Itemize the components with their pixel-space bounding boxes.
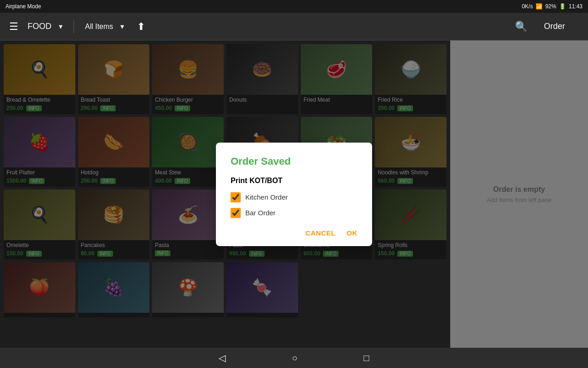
filter-dropdown-arrow[interactable]: ▾ xyxy=(120,22,124,31)
kitchen-order-row: Kitchen Order xyxy=(231,192,357,202)
wifi-icon: 📶 xyxy=(536,3,543,10)
time-label: 11:43 xyxy=(569,3,582,10)
recents-button[interactable]: □ xyxy=(358,351,375,365)
status-bar-left: Airplane Mode xyxy=(6,3,41,10)
status-bar-right: 0K/s 📶 92% 🔋 11:43 xyxy=(522,3,582,10)
modal-overlay: Order Saved Print KOT/BOT Kitchen Order … xyxy=(0,40,588,348)
food-category-label: FOOD xyxy=(28,22,51,31)
import-icon[interactable]: ⬆ xyxy=(137,21,145,33)
bar-order-row: Bar Order xyxy=(231,208,357,218)
search-icon[interactable]: 🔍 xyxy=(515,21,527,33)
nav-separator xyxy=(74,20,74,34)
bar-order-checkbox[interactable] xyxy=(231,208,241,218)
kitchen-order-label: Kitchen Order xyxy=(245,193,288,201)
filter-label: All Items xyxy=(85,23,113,31)
back-button[interactable]: ◁ xyxy=(213,351,231,365)
bar-order-label: Bar Order xyxy=(245,209,276,217)
bottom-navigation: ◁ ○ □ xyxy=(0,348,588,368)
airplane-mode-label: Airplane Mode xyxy=(6,3,41,10)
network-speed: 0K/s xyxy=(522,3,533,10)
order-saved-modal: Order Saved Print KOT/BOT Kitchen Order … xyxy=(216,143,372,246)
cancel-button[interactable]: CANCEL xyxy=(305,229,336,237)
kitchen-order-checkbox[interactable] xyxy=(231,192,241,202)
modal-title: Order Saved xyxy=(231,155,357,167)
order-title: Order xyxy=(544,22,581,31)
status-bar: Airplane Mode 0K/s 📶 92% 🔋 11:43 xyxy=(0,0,588,13)
ok-button[interactable]: OK xyxy=(347,229,358,237)
modal-actions: CANCEL OK xyxy=(231,229,357,237)
battery-level: 92% xyxy=(545,3,556,10)
home-button[interactable]: ○ xyxy=(286,351,303,365)
battery-icon: 🔋 xyxy=(559,3,566,10)
modal-section-title: Print KOT/BOT xyxy=(231,177,357,185)
navbar: ☰ FOOD ▾ All Items ▾ ⬆ 🔍 Order xyxy=(0,13,588,40)
main-content: 🍳Bread & Omelette250.00INFO🍞Bread Toast2… xyxy=(0,40,588,348)
food-dropdown-arrow[interactable]: ▾ xyxy=(59,22,62,31)
hamburger-menu-icon[interactable]: ☰ xyxy=(7,19,20,34)
